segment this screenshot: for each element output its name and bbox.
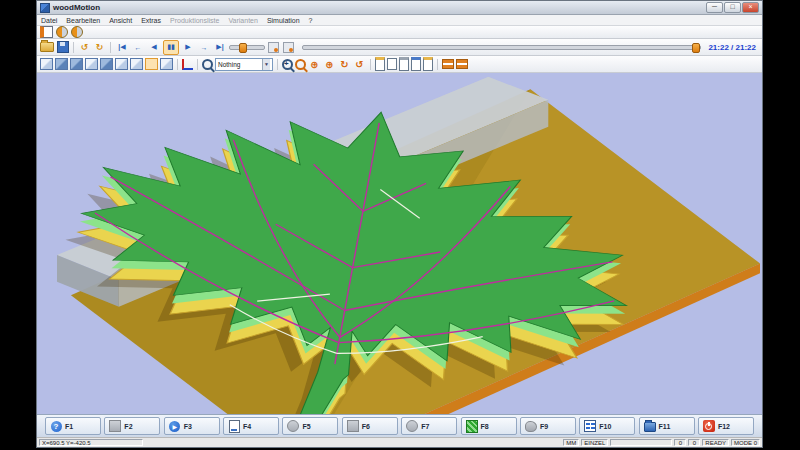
frame-marker-icon[interactable] [267,41,280,53]
blob-icon [525,421,537,432]
machine-state: READY [702,439,729,446]
report-icon[interactable] [399,57,409,71]
viewport-3d[interactable] [37,73,762,414]
simulation-run-icon[interactable] [70,26,83,38]
hatch-material-icon [466,420,478,433]
view-custom-icon[interactable] [160,58,173,70]
measure-combobox[interactable]: Nothing ▼ [215,58,273,71]
fixture-icon[interactable] [442,59,454,69]
menu-simulation[interactable]: Simulation [267,17,300,24]
skip-to-end-button[interactable]: ▶| [213,41,227,54]
table-icon [584,420,596,432]
f2-button[interactable]: F2 [104,417,160,435]
f6-button[interactable]: F6 [342,417,398,435]
view-side-icon[interactable] [85,58,98,70]
f7-button[interactable]: F7 [401,417,457,435]
menu-bearbeiten[interactable]: Bearbeiten [66,17,100,24]
measure-combobox-value: Nothing [218,61,240,68]
zoom-window-icon[interactable] [295,59,306,70]
frame-record-icon[interactable] [282,41,295,53]
f2-label: F2 [124,423,132,430]
f11-label: F11 [659,423,671,430]
menu-datei[interactable]: Datei [41,17,57,24]
app-window: woodMotion ─ □ × Datei Bearbeiten Ansich… [36,0,763,448]
maximize-button[interactable]: □ [724,2,741,13]
f10-button[interactable]: F10 [579,417,635,435]
menu-ansicht[interactable]: Ansicht [109,17,132,24]
mode-value: 0 [754,440,757,446]
new-list-icon[interactable] [375,57,385,71]
unit-indicator: MM [563,439,579,446]
view-iso-2-icon[interactable] [55,58,68,70]
chevron-down-icon[interactable]: ▼ [262,59,270,70]
axes-icon[interactable] [182,59,193,70]
pause-button[interactable]: ▮▮ [163,40,179,55]
loop-forward-icon[interactable]: ↻ [93,41,106,53]
f3-button[interactable]: ▶ F3 [164,417,220,435]
rotate-ccw-icon[interactable]: ↺ [353,58,366,70]
mode-indicator: MODE 0 [731,439,760,446]
menu-extras[interactable]: Extras [141,17,161,24]
function-key-bar: ? F1 F2 ▶ F3 F4 F5 F6 F7 F8 F9 F1 [37,414,762,437]
window-title: woodMotion [53,3,100,12]
fast-back-button[interactable]: ← [131,41,145,54]
program-icon[interactable] [40,26,53,38]
edit-document-icon [229,420,240,433]
f1-button[interactable]: ? F1 [45,417,101,435]
view-iso-1-icon[interactable] [40,58,53,70]
program-list-icon[interactable] [387,58,397,70]
coordinate-readout: X=690.5 Y=-420.5 [39,439,143,446]
statusbar: X=690.5 Y=-420.5 MM EINZEL 0 0 READY MOD… [37,437,762,447]
status-spare [610,439,672,446]
fast-forward-button[interactable]: → [197,41,211,54]
titlebar: woodMotion ─ □ × [37,1,762,15]
open-button[interactable] [40,41,54,53]
skip-to-start-button[interactable]: |◀ [115,41,129,54]
folder-icon [644,422,656,432]
square-icon [347,420,359,432]
measure-icon[interactable] [202,59,213,70]
f5-label: F5 [302,423,310,430]
zoom-in-icon[interactable] [282,59,293,70]
help-icon: ? [51,421,62,432]
step-back-button[interactable]: ◀ [147,41,161,54]
tool-changer-icon[interactable] [456,59,468,69]
speed-slider[interactable] [229,45,265,50]
menu-varianten: Varianten [228,17,257,24]
rotate-cw-icon[interactable]: ↻ [338,58,351,70]
f8-button[interactable]: F8 [461,417,517,435]
menubar: Datei Bearbeiten Ansicht Extras Produkti… [37,15,762,26]
f4-button[interactable]: F4 [223,417,279,435]
view-wire-icon[interactable] [130,58,143,70]
copy-icon[interactable] [411,57,421,71]
view-front-icon[interactable] [70,58,83,70]
zoom-fit-icon[interactable]: ⊕ [308,58,321,70]
simulation-canvas[interactable] [37,73,762,414]
f5-button[interactable]: F5 [282,417,338,435]
f10-label: F10 [599,423,611,430]
save-button[interactable] [56,41,69,53]
f12-button[interactable]: F12 [698,417,754,435]
toolbar-view: Nothing ▼ ⊕ ⊕ ↻ ↺ [37,56,762,73]
close-button[interactable]: × [742,2,759,13]
view-back-icon[interactable] [115,58,128,70]
f7-label: F7 [421,423,429,430]
f11-button[interactable]: F11 [639,417,695,435]
app-icon [40,3,50,13]
loop-back-icon[interactable]: ↺ [78,41,91,53]
f1-label: F1 [65,423,73,430]
simulation-clock-icon[interactable] [55,26,68,38]
view-top-icon[interactable] [100,58,113,70]
power-icon [703,420,715,432]
simulation-time: 21:22 / 21:22 [708,43,756,52]
minimize-button[interactable]: ─ [706,2,723,13]
export-icon[interactable] [423,57,433,71]
toolbar-main [37,26,762,39]
f9-button[interactable]: F9 [520,417,576,435]
play-button[interactable]: ▶ [181,41,195,54]
status-value-1: 0 [674,439,686,446]
menu-help[interactable]: ? [309,17,313,24]
pan-icon[interactable]: ⊕ [323,58,336,70]
simulation-progress-slider[interactable] [302,45,701,50]
view-perspective-icon[interactable] [145,58,158,70]
